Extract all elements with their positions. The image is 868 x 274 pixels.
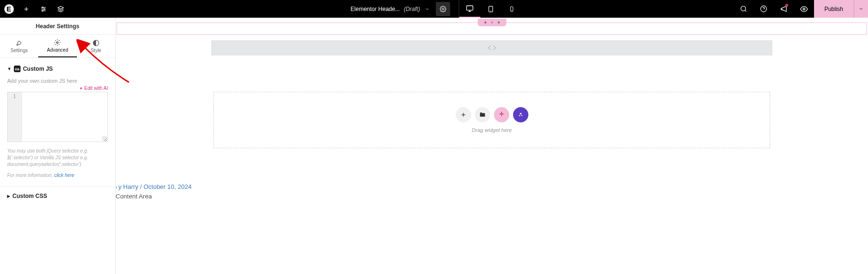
device-tablet-button[interactable] <box>480 0 501 18</box>
publish-options-button[interactable] <box>854 0 868 18</box>
svg-point-3 <box>42 7 43 8</box>
structure-button[interactable] <box>52 0 69 18</box>
topbar-right: Publish <box>734 0 868 18</box>
svg-rect-9 <box>467 6 473 10</box>
svg-point-7 <box>42 10 43 11</box>
elementor-logo[interactable]: E <box>0 0 18 18</box>
device-desktop-button[interactable] <box>459 0 480 18</box>
chevron-down-icon <box>858 6 864 11</box>
topbar: E Elementor Heade... (Draft) <box>0 0 868 18</box>
notification-dot <box>785 4 788 7</box>
svg-point-5 <box>44 8 45 9</box>
page-settings-button[interactable] <box>436 2 450 16</box>
svg-point-16 <box>741 6 746 11</box>
finder-search-button[interactable] <box>734 0 754 18</box>
help-button[interactable] <box>754 0 774 18</box>
device-mobile-button[interactable] <box>501 0 522 18</box>
topbar-center: Elementor Heade... (Draft) <box>346 0 522 18</box>
responsive-device-group <box>459 0 522 18</box>
doc-name: Elementor Heade... <box>351 6 400 12</box>
add-element-button[interactable] <box>18 0 35 18</box>
svg-line-17 <box>745 10 747 11</box>
whats-new-button[interactable] <box>774 0 794 18</box>
preview-button[interactable] <box>794 0 814 18</box>
help-icon <box>760 5 767 12</box>
doc-status: (Draft) <box>404 6 420 12</box>
site-settings-button[interactable] <box>35 0 52 18</box>
publish-label: Publish <box>825 6 843 12</box>
topbar-left: E <box>0 0 69 18</box>
svg-point-8 <box>442 8 444 10</box>
publish-button[interactable]: Publish <box>814 0 854 18</box>
chevron-down-icon <box>425 7 429 11</box>
eye-icon <box>800 5 808 13</box>
search-icon <box>740 5 747 12</box>
svg-point-20 <box>803 8 805 10</box>
document-title[interactable]: Elementor Heade... (Draft) <box>346 6 434 12</box>
